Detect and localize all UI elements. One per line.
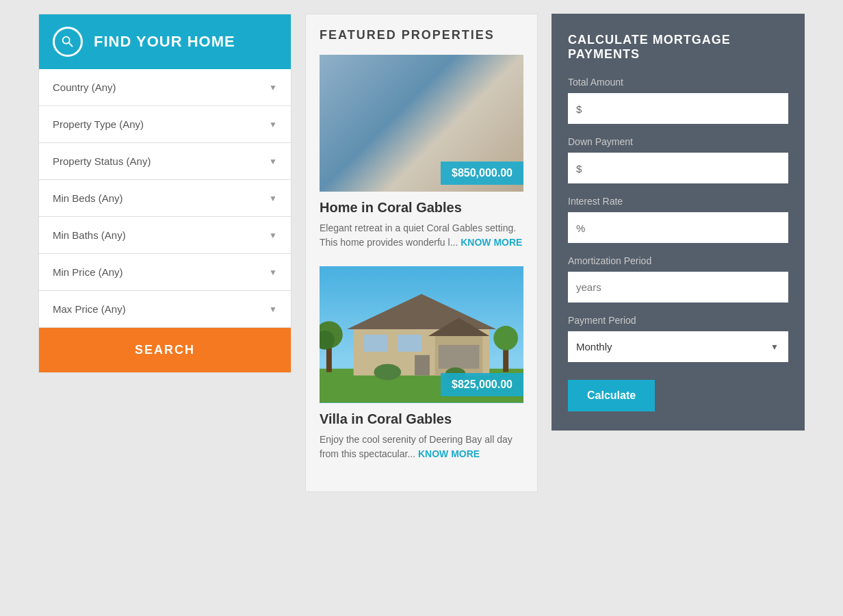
svg-point-12 <box>484 131 508 156</box>
payment-period-select-wrap: Monthly Bi-Weekly Weekly ▼ <box>568 331 788 362</box>
chevron-down-icon: ▼ <box>269 305 277 314</box>
filter-country-label: Country (Any) <box>53 81 116 93</box>
total-amount-label: Total Amount <box>568 77 788 88</box>
filter-min-price[interactable]: Min Price (Any) ▼ <box>39 254 291 291</box>
svg-rect-22 <box>439 345 480 369</box>
svg-rect-6 <box>408 110 435 130</box>
total-amount-input-wrap: $ <box>568 93 788 124</box>
price-value-1: $850,000.00 <box>452 167 513 179</box>
amortization-group: Amortization Period <box>568 255 788 303</box>
search-header: FIND YOUR HOME <box>39 14 291 69</box>
down-payment-group: Down Payment $ <box>568 136 788 183</box>
svg-rect-2 <box>347 103 483 164</box>
svg-rect-20 <box>364 335 388 352</box>
svg-point-13 <box>481 139 497 155</box>
payment-period-label: Payment Period <box>568 315 788 326</box>
down-payment-label: Down Payment <box>568 136 788 147</box>
down-payment-prefix: $ <box>576 162 582 174</box>
chevron-down-icon: ▼ <box>269 120 277 129</box>
total-amount-prefix: $ <box>576 103 582 114</box>
know-more-link-2[interactable]: KNOW MORE <box>418 448 480 459</box>
right-panel: CALCULATE MORTGAGE PAYMENTS Total Amount… <box>552 14 805 431</box>
filter-country[interactable]: Country (Any) ▼ <box>39 69 291 106</box>
filter-min-beds-label: Min Beds (Any) <box>53 192 123 204</box>
chevron-down-icon: ▼ <box>269 157 277 166</box>
filter-property-status[interactable]: Property Status (Any) ▼ <box>39 143 291 180</box>
property-desc-2: Enjoy the cool serenity of Deering Bay a… <box>320 433 523 461</box>
amortization-input-wrap <box>568 272 788 303</box>
chevron-down-icon: ▼ <box>269 83 277 92</box>
svg-point-28 <box>493 326 518 350</box>
interest-rate-prefix: % <box>576 222 585 233</box>
svg-point-29 <box>374 364 401 381</box>
know-more-link-1[interactable]: KNOW MORE <box>461 237 522 248</box>
calculate-button[interactable]: Calculate <box>568 380 655 411</box>
price-value-2: $825,000.00 <box>452 378 513 390</box>
svg-rect-11 <box>333 156 510 162</box>
svg-rect-7 <box>449 110 473 130</box>
middle-panel: FEATURED PROPERTIES <box>305 14 538 492</box>
mortgage-calculator-title: CALCULATE MORTGAGE PAYMENTS <box>568 33 788 62</box>
featured-properties-title: FEATURED PROPERTIES <box>320 28 523 42</box>
svg-rect-10 <box>408 137 428 164</box>
filter-min-baths[interactable]: Min Baths (Any) ▼ <box>39 217 291 254</box>
interest-rate-input-wrap: % <box>568 212 788 243</box>
property-card-2: $825,000.00 Villa in Coral Gables Enjoy … <box>320 266 523 461</box>
filter-max-price-label: Max Price (Any) <box>53 303 126 315</box>
find-home-title: FIND YOUR HOME <box>94 33 235 51</box>
search-button[interactable]: SEARCH <box>39 328 291 372</box>
property-card-1: $850,000.00 Home in Coral Gables Elegant… <box>320 55 523 250</box>
property-desc-text-2: Enjoy the cool serenity of Deering Bay a… <box>320 434 513 459</box>
property-image-wrap-1: $850,000.00 <box>320 55 523 192</box>
filter-property-type-label: Property Type (Any) <box>53 118 144 130</box>
down-payment-input[interactable] <box>568 153 788 183</box>
svg-rect-5 <box>367 110 395 130</box>
left-panel: FIND YOUR HOME Country (Any) ▼ Property … <box>38 14 291 373</box>
property-name-1: Home in Coral Gables <box>320 200 523 216</box>
price-badge-1: $850,000.00 <box>441 162 523 185</box>
amortization-label: Amortization Period <box>568 255 788 266</box>
chevron-down-icon: ▼ <box>269 231 277 240</box>
chevron-down-icon: ▼ <box>269 194 277 203</box>
total-amount-input[interactable] <box>568 93 788 124</box>
filter-property-type[interactable]: Property Type (Any) ▼ <box>39 106 291 143</box>
filter-min-beds[interactable]: Min Beds (Any) ▼ <box>39 180 291 217</box>
svg-rect-21 <box>398 335 422 352</box>
filter-min-price-label: Min Price (Any) <box>53 266 123 278</box>
svg-rect-8 <box>374 86 394 99</box>
property-desc-1: Elegant retreat in a quiet Coral Gables … <box>320 221 523 250</box>
search-icon <box>53 27 83 57</box>
price-badge-2: $825,000.00 <box>441 373 523 396</box>
svg-rect-23 <box>415 355 430 376</box>
svg-rect-3 <box>361 82 469 116</box>
svg-rect-4 <box>340 99 490 106</box>
interest-rate-label: Interest Rate <box>568 196 788 207</box>
filter-min-baths-label: Min Baths (Any) <box>53 229 126 241</box>
filter-property-status-label: Property Status (Any) <box>53 155 151 167</box>
payment-period-select[interactable]: Monthly Bi-Weekly Weekly <box>568 331 788 362</box>
chevron-down-icon: ▼ <box>269 268 277 277</box>
down-payment-input-wrap: $ <box>568 153 788 183</box>
interest-rate-input[interactable] <box>568 212 788 243</box>
interest-rate-group: Interest Rate % <box>568 196 788 243</box>
property-image-wrap-2: $825,000.00 <box>320 266 523 403</box>
amortization-input[interactable] <box>568 272 788 303</box>
total-amount-group: Total Amount $ <box>568 77 788 124</box>
filter-max-price[interactable]: Max Price (Any) ▼ <box>39 291 291 328</box>
svg-rect-9 <box>422 86 442 99</box>
property-name-2: Villa in Coral Gables <box>320 411 523 427</box>
payment-period-group: Payment Period Monthly Bi-Weekly Weekly … <box>568 315 788 362</box>
search-svg <box>60 34 75 49</box>
